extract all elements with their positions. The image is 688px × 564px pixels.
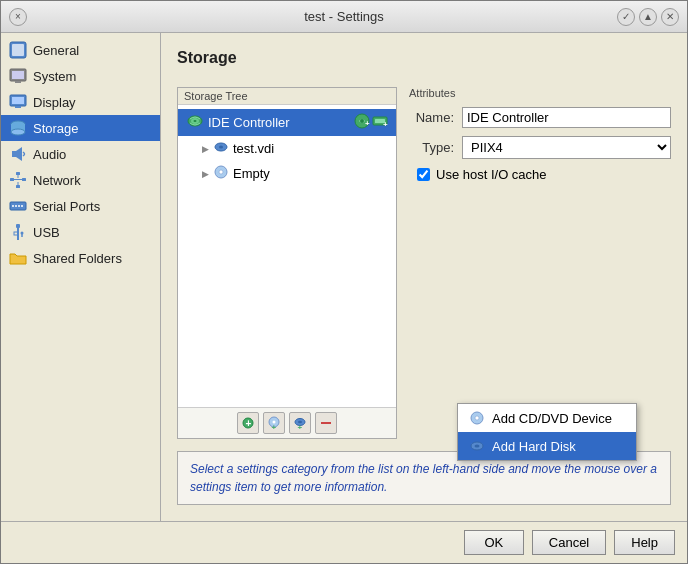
- name-label: Name:: [409, 110, 454, 125]
- storage-tree-panel: Storage Tree: [177, 87, 397, 439]
- svg-point-25: [21, 205, 23, 207]
- svg-rect-15: [22, 178, 26, 181]
- context-menu-item-add-cd[interactable]: Add CD/DVD Device: [458, 404, 636, 432]
- general-icon: [9, 41, 27, 59]
- svg-point-23: [15, 205, 17, 207]
- up-button[interactable]: ▲: [639, 8, 657, 26]
- svg-rect-14: [10, 178, 14, 181]
- cd-dvd-icon: [468, 409, 486, 427]
- tree-item-ide-controller[interactable]: IDE Controller +: [178, 109, 396, 136]
- svg-point-30: [21, 232, 24, 235]
- hdd-icon: [468, 437, 486, 455]
- content-area: General System: [1, 33, 687, 521]
- tree-item-label-empty: Empty: [233, 166, 270, 181]
- tree-toolbar: + +: [178, 407, 396, 438]
- info-text: Select a settings category from the list…: [190, 462, 657, 494]
- up-icon: ▲: [643, 11, 653, 22]
- validate-button[interactable]: ✓: [617, 8, 635, 26]
- svg-point-22: [12, 205, 14, 207]
- context-menu: Add CD/DVD Device Add Hard Disk: [457, 403, 637, 461]
- tree-content: IDE Controller +: [178, 105, 396, 407]
- svg-rect-6: [12, 97, 24, 104]
- svg-text:+: +: [272, 423, 277, 431]
- footer: OK Cancel Help: [1, 521, 687, 563]
- title-bar: × test - Settings ✓ ▲ ✕: [1, 1, 687, 33]
- context-menu-item-add-hdd[interactable]: Add Hard Disk: [458, 432, 636, 460]
- tree-item-empty[interactable]: ▶ Empty: [178, 161, 396, 186]
- svg-point-43: [219, 170, 223, 174]
- add-controller-btn[interactable]: +: [237, 412, 259, 434]
- tree-item-vdi[interactable]: ▶ test.vdi: [178, 136, 396, 161]
- tree-item-label-ide: IDE Controller: [208, 115, 290, 130]
- sidebar-item-network[interactable]: Network: [1, 167, 160, 193]
- x-icon: ✕: [666, 11, 674, 22]
- cd-icon: [213, 164, 229, 183]
- ide-icon: [186, 112, 204, 133]
- cache-row: Use host I/O cache: [417, 167, 671, 182]
- add-hdd-label: Add Hard Disk: [492, 439, 576, 454]
- ide-add-icon1: +: [354, 113, 370, 132]
- cache-label: Use host I/O cache: [436, 167, 547, 182]
- title-bar-left: ×: [9, 8, 27, 26]
- close-button[interactable]: ×: [9, 8, 27, 26]
- window-close-button[interactable]: ✕: [661, 8, 679, 26]
- network-icon: [9, 171, 27, 189]
- add-cd-label: Add CD/DVD Device: [492, 411, 612, 426]
- sidebar: General System: [1, 33, 161, 521]
- sidebar-label-storage: Storage: [33, 121, 79, 136]
- cache-checkbox[interactable]: [417, 168, 430, 181]
- sidebar-label-serial: Serial Ports: [33, 199, 100, 214]
- svg-rect-26: [16, 224, 20, 228]
- svg-rect-11: [12, 151, 16, 157]
- sidebar-item-usb[interactable]: USB: [1, 219, 160, 245]
- add-hdd-btn[interactable]: +: [289, 412, 311, 434]
- sidebar-item-shared-folders[interactable]: Shared Folders: [1, 245, 160, 271]
- usb-icon: [9, 223, 27, 241]
- help-button[interactable]: Help: [614, 530, 675, 555]
- sidebar-item-display[interactable]: Display: [1, 89, 160, 115]
- sidebar-item-storage[interactable]: Storage: [1, 115, 160, 141]
- add-cd-btn[interactable]: +: [263, 412, 285, 434]
- close-icon: ×: [15, 11, 21, 22]
- sidebar-label-audio: Audio: [33, 147, 66, 162]
- attributes-panel: Attributes Name: Type: PIIX4 PIIX3 ICH6: [409, 87, 671, 439]
- arrow-icon2: ▶: [202, 169, 209, 179]
- serial-icon: [9, 197, 27, 215]
- attributes-label: Attributes: [409, 87, 671, 99]
- type-row: Type: PIIX4 PIIX3 ICH6: [409, 136, 671, 159]
- sidebar-item-audio[interactable]: Audio: [1, 141, 160, 167]
- name-input[interactable]: [462, 107, 671, 128]
- sidebar-label-network: Network: [33, 173, 81, 188]
- storage-icon: [9, 119, 27, 137]
- sidebar-item-general[interactable]: General: [1, 37, 160, 63]
- ide-add-icon2: +: [372, 113, 388, 132]
- remove-btn[interactable]: [315, 412, 337, 434]
- svg-point-33: [194, 120, 197, 122]
- tree-item-label-vdi: test.vdi: [233, 141, 274, 156]
- type-label: Type:: [409, 140, 454, 155]
- sidebar-item-serial-ports[interactable]: Serial Ports: [1, 193, 160, 219]
- main-panel: Storage Storage Tree: [161, 33, 687, 521]
- svg-rect-7: [15, 106, 21, 108]
- panels-row: Storage Tree: [177, 87, 671, 439]
- svg-rect-4: [15, 81, 21, 83]
- svg-text:+: +: [365, 119, 370, 128]
- window-title: test - Settings: [304, 9, 383, 24]
- svg-rect-1: [12, 44, 24, 56]
- sidebar-item-system[interactable]: System: [1, 63, 160, 89]
- svg-rect-13: [16, 172, 20, 175]
- svg-rect-52: [321, 422, 331, 424]
- ok-button[interactable]: OK: [464, 530, 524, 555]
- disk-icon: [213, 139, 229, 158]
- cancel-button[interactable]: Cancel: [532, 530, 606, 555]
- type-select[interactable]: PIIX4 PIIX3 ICH6: [462, 136, 671, 159]
- system-icon: [9, 67, 27, 85]
- sidebar-label-system: System: [33, 69, 76, 84]
- svg-point-41: [219, 146, 223, 149]
- svg-point-54: [475, 416, 479, 420]
- name-row: Name:: [409, 107, 671, 128]
- sidebar-label-general: General: [33, 43, 79, 58]
- svg-point-35: [360, 119, 364, 123]
- svg-text:+: +: [246, 418, 252, 429]
- svg-rect-3: [12, 71, 24, 79]
